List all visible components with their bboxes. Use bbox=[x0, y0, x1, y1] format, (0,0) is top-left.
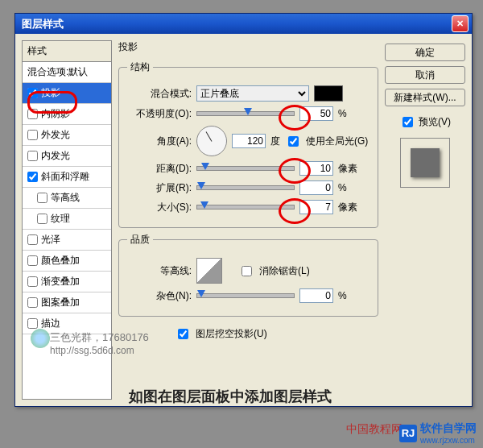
quality-fieldset: 品质 等高线: 消除锯齿(L) 杂色(N): % bbox=[118, 233, 378, 317]
style-item-4[interactable]: 斜面和浮雕 bbox=[23, 167, 111, 188]
preview-label: 预览(V) bbox=[419, 115, 451, 129]
style-label-2: 外发光 bbox=[41, 128, 70, 142]
footer-url: www.rjzxw.com bbox=[420, 436, 477, 445]
size-slider[interactable] bbox=[196, 205, 295, 209]
spread-label: 扩展(R): bbox=[127, 181, 192, 195]
ok-button[interactable]: 确定 bbox=[385, 44, 465, 61]
main-settings-panel: 投影 结构 混合模式: 正片叠底 不透明度(O): % 角 bbox=[118, 40, 378, 400]
style-item-7[interactable]: 光泽 bbox=[23, 230, 111, 251]
noise-unit: % bbox=[338, 290, 347, 301]
style-checkbox-9[interactable] bbox=[27, 276, 38, 287]
titlebar: 图层样式 ✕ bbox=[15, 14, 472, 34]
preview-swatch bbox=[400, 138, 450, 188]
global-light-label: 使用全局光(G) bbox=[306, 135, 368, 148]
footer-logo-icon: RJ bbox=[399, 425, 417, 442]
style-label-4: 斜面和浮雕 bbox=[41, 170, 89, 184]
spread-slider[interactable] bbox=[196, 185, 295, 190]
opacity-input[interactable] bbox=[299, 106, 333, 121]
quality-legend: 品质 bbox=[127, 233, 153, 247]
global-light-checkbox[interactable] bbox=[288, 136, 299, 147]
noise-slider[interactable] bbox=[196, 293, 295, 298]
watermark-line1: 三色光群，17680176 bbox=[50, 330, 149, 345]
style-label-1: 内阴影 bbox=[41, 107, 70, 121]
shadow-color-swatch[interactable] bbox=[314, 85, 343, 102]
style-item-1[interactable]: 内阴影 bbox=[23, 104, 111, 125]
style-label-0: 投影 bbox=[41, 86, 60, 100]
size-label: 大小(S): bbox=[127, 201, 192, 214]
style-item-3[interactable]: 内发光 bbox=[23, 146, 111, 167]
close-icon: ✕ bbox=[456, 19, 464, 29]
blend-options-label: 混合选项:默认 bbox=[27, 65, 88, 79]
distance-slider[interactable] bbox=[196, 166, 295, 171]
style-label-3: 内发光 bbox=[41, 149, 70, 163]
angle-label: 角度(A): bbox=[127, 135, 192, 148]
preview-checkbox[interactable] bbox=[402, 117, 413, 127]
blend-options-item[interactable]: 混合选项:默认 bbox=[23, 62, 111, 83]
style-label-11: 描边 bbox=[41, 317, 60, 330]
close-button[interactable]: ✕ bbox=[452, 15, 469, 32]
structure-fieldset: 结构 混合模式: 正片叠底 不透明度(O): % 角度(A): bbox=[118, 60, 378, 228]
effect-title: 投影 bbox=[118, 40, 378, 54]
opacity-unit: % bbox=[338, 108, 347, 119]
size-input[interactable] bbox=[299, 200, 333, 214]
spread-input[interactable] bbox=[299, 180, 333, 195]
cancel-button[interactable]: 取消 bbox=[385, 66, 465, 84]
style-item-5[interactable]: 等高线 bbox=[23, 188, 111, 209]
style-checkbox-5[interactable] bbox=[37, 193, 47, 203]
style-checkbox-7[interactable] bbox=[27, 234, 38, 245]
style-label-9: 渐变叠加 bbox=[41, 275, 80, 288]
style-label-8: 颜色叠加 bbox=[41, 254, 80, 268]
footer-watermark: RJ 软件自学网 www.rjzxw.com bbox=[399, 421, 477, 445]
style-checkbox-3[interactable] bbox=[27, 151, 38, 161]
blend-mode-label: 混合模式: bbox=[127, 87, 192, 101]
angle-unit: 度 bbox=[270, 135, 280, 148]
spread-unit: % bbox=[338, 182, 347, 193]
opacity-label: 不透明度(O): bbox=[127, 107, 192, 121]
style-checkbox-6[interactable] bbox=[37, 214, 47, 224]
angle-dial[interactable] bbox=[196, 126, 227, 156]
style-checkbox-2[interactable] bbox=[27, 130, 38, 140]
style-item-8[interactable]: 颜色叠加 bbox=[23, 251, 111, 272]
dialog-title: 图层样式 bbox=[22, 17, 64, 31]
size-unit: 像素 bbox=[338, 201, 357, 214]
style-label-7: 光泽 bbox=[41, 233, 60, 247]
style-label-5: 等高线 bbox=[51, 191, 80, 205]
style-checkbox-10[interactable] bbox=[27, 297, 38, 308]
distance-input[interactable] bbox=[299, 161, 333, 176]
style-checkbox-4[interactable] bbox=[27, 172, 38, 182]
style-item-6[interactable]: 纹理 bbox=[23, 209, 111, 230]
style-item-0[interactable]: 投影 bbox=[23, 83, 111, 104]
distance-unit: 像素 bbox=[338, 162, 357, 176]
style-item-10[interactable]: 图案叠加 bbox=[23, 292, 111, 313]
opacity-slider[interactable] bbox=[196, 111, 295, 116]
antialias-checkbox[interactable] bbox=[242, 266, 252, 276]
footer-text: 软件自学网 bbox=[420, 421, 477, 436]
style-checkbox-0[interactable] bbox=[27, 88, 38, 98]
watermark-text: 三色光群，17680176 http://ssg.5d6d.com bbox=[50, 330, 149, 356]
style-checkbox-8[interactable] bbox=[27, 255, 38, 266]
instruction-note: 如图在图层面板中添加图层样式 bbox=[129, 387, 332, 406]
contour-label: 等高线: bbox=[127, 264, 192, 278]
noise-input[interactable] bbox=[299, 288, 333, 303]
watermark-line2: http://ssg.5d6d.com bbox=[50, 345, 149, 356]
antialias-label: 消除锯齿(L) bbox=[259, 264, 310, 278]
style-label-10: 图案叠加 bbox=[41, 296, 80, 309]
footer-watermark-2: 中国教程网 bbox=[346, 422, 402, 437]
noise-label: 杂色(N): bbox=[127, 289, 192, 303]
contour-picker[interactable] bbox=[196, 258, 222, 284]
structure-legend: 结构 bbox=[127, 60, 153, 74]
style-checkbox-1[interactable] bbox=[27, 109, 38, 119]
style-item-9[interactable]: 渐变叠加 bbox=[23, 272, 111, 292]
knockout-label: 图层挖空投影(U) bbox=[196, 327, 267, 341]
style-item-2[interactable]: 外发光 bbox=[23, 125, 111, 146]
knockout-checkbox[interactable] bbox=[178, 329, 188, 339]
angle-input[interactable] bbox=[232, 134, 266, 148]
right-button-panel: 确定 取消 新建样式(W)... 预览(V) bbox=[385, 40, 465, 400]
distance-label: 距离(D): bbox=[127, 162, 192, 176]
styles-header: 样式 bbox=[23, 41, 111, 62]
new-style-button[interactable]: 新建样式(W)... bbox=[385, 89, 465, 106]
style-checkbox-11[interactable] bbox=[27, 318, 38, 329]
blend-mode-select[interactable]: 正片叠底 bbox=[196, 85, 309, 102]
watermark-logo-icon bbox=[31, 329, 50, 348]
style-label-6: 纹理 bbox=[51, 212, 70, 226]
